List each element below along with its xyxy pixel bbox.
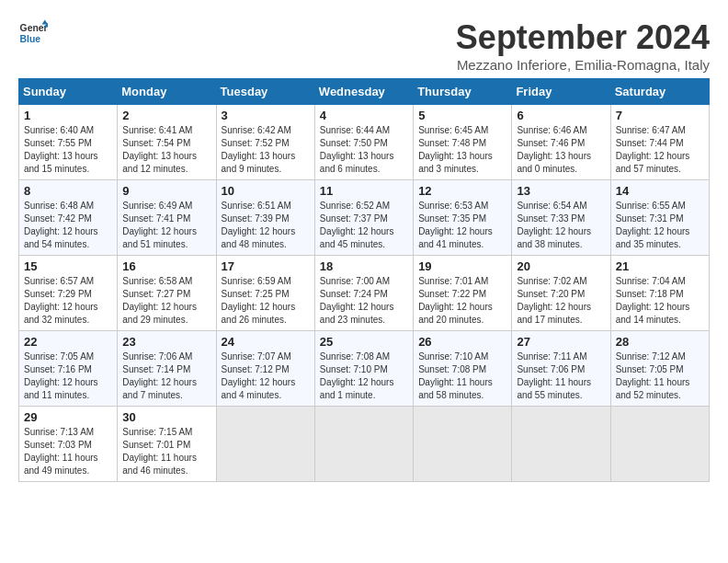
calendar-cell: 23Sunrise: 7:06 AM Sunset: 7:14 PM Dayli… bbox=[118, 331, 216, 407]
day-info: Sunrise: 7:04 AM Sunset: 7:18 PM Dayligh… bbox=[616, 275, 704, 327]
day-info: Sunrise: 6:42 AM Sunset: 7:52 PM Dayligh… bbox=[222, 124, 310, 176]
day-number: 18 bbox=[320, 259, 408, 273]
day-info: Sunrise: 6:47 AM Sunset: 7:44 PM Dayligh… bbox=[616, 124, 704, 176]
calendar-cell: 2Sunrise: 6:41 AM Sunset: 7:54 PM Daylig… bbox=[118, 105, 216, 180]
day-number: 29 bbox=[24, 410, 112, 424]
day-number: 13 bbox=[517, 184, 605, 198]
day-number: 30 bbox=[122, 410, 210, 424]
calendar-cell: 14Sunrise: 6:55 AM Sunset: 7:31 PM Dayli… bbox=[610, 180, 709, 256]
day-info: Sunrise: 6:52 AM Sunset: 7:37 PM Dayligh… bbox=[320, 200, 408, 251]
day-number: 23 bbox=[122, 335, 210, 349]
day-info: Sunrise: 7:02 AM Sunset: 7:20 PM Dayligh… bbox=[517, 275, 605, 327]
day-info: Sunrise: 6:45 AM Sunset: 7:48 PM Dayligh… bbox=[418, 124, 506, 176]
day-number: 16 bbox=[122, 259, 210, 273]
calendar-cell: 28Sunrise: 7:12 AM Sunset: 7:05 PM Dayli… bbox=[610, 331, 709, 407]
calendar-week-row: 22Sunrise: 7:05 AM Sunset: 7:16 PM Dayli… bbox=[19, 331, 710, 407]
calendar-cell: 8Sunrise: 6:48 AM Sunset: 7:42 PM Daylig… bbox=[19, 180, 118, 256]
day-number: 7 bbox=[616, 109, 704, 122]
day-number: 2 bbox=[122, 109, 210, 122]
calendar-cell bbox=[610, 407, 709, 482]
day-number: 1 bbox=[24, 109, 112, 122]
day-info: Sunrise: 6:59 AM Sunset: 7:25 PM Dayligh… bbox=[222, 275, 310, 327]
svg-text:General: General bbox=[20, 23, 48, 33]
calendar-header-friday: Friday bbox=[512, 79, 610, 105]
calendar-cell: 6Sunrise: 6:46 AM Sunset: 7:46 PM Daylig… bbox=[512, 105, 610, 180]
day-info: Sunrise: 7:15 AM Sunset: 7:01 PM Dayligh… bbox=[122, 426, 210, 477]
day-info: Sunrise: 7:10 AM Sunset: 7:08 PM Dayligh… bbox=[418, 350, 506, 402]
day-info: Sunrise: 7:07 AM Sunset: 7:12 PM Dayligh… bbox=[222, 350, 310, 402]
calendar-cell: 25Sunrise: 7:08 AM Sunset: 7:10 PM Dayli… bbox=[314, 331, 413, 407]
calendar-table: SundayMondayTuesdayWednesdayThursdayFrid… bbox=[18, 78, 710, 482]
day-info: Sunrise: 7:13 AM Sunset: 7:03 PM Dayligh… bbox=[24, 426, 112, 477]
day-number: 17 bbox=[222, 259, 310, 273]
calendar-header-wednesday: Wednesday bbox=[314, 79, 413, 105]
day-info: Sunrise: 6:40 AM Sunset: 7:55 PM Dayligh… bbox=[24, 124, 112, 176]
location-subtitle: Mezzano Inferiore, Emilia-Romagna, Italy bbox=[456, 57, 710, 73]
calendar-cell: 26Sunrise: 7:10 AM Sunset: 7:08 PM Dayli… bbox=[414, 331, 512, 407]
day-number: 19 bbox=[418, 259, 506, 273]
calendar-cell: 24Sunrise: 7:07 AM Sunset: 7:12 PM Dayli… bbox=[216, 331, 314, 407]
day-number: 27 bbox=[517, 335, 605, 349]
day-number: 5 bbox=[418, 109, 506, 122]
day-info: Sunrise: 7:12 AM Sunset: 7:05 PM Dayligh… bbox=[616, 350, 704, 402]
calendar-cell: 17Sunrise: 6:59 AM Sunset: 7:25 PM Dayli… bbox=[216, 256, 314, 331]
page-header: General Blue September 2024 Mezzano Infe… bbox=[18, 18, 710, 73]
calendar-header-monday: Monday bbox=[118, 79, 216, 105]
day-number: 6 bbox=[517, 109, 605, 122]
calendar-cell: 22Sunrise: 7:05 AM Sunset: 7:16 PM Dayli… bbox=[19, 331, 118, 407]
day-number: 24 bbox=[222, 335, 310, 349]
day-info: Sunrise: 6:44 AM Sunset: 7:50 PM Dayligh… bbox=[320, 124, 408, 176]
title-block: September 2024 Mezzano Inferiore, Emilia… bbox=[456, 18, 710, 73]
calendar-cell bbox=[314, 407, 413, 482]
day-info: Sunrise: 7:06 AM Sunset: 7:14 PM Dayligh… bbox=[122, 350, 210, 402]
day-info: Sunrise: 6:57 AM Sunset: 7:29 PM Dayligh… bbox=[24, 275, 112, 327]
day-number: 25 bbox=[320, 335, 408, 349]
calendar-header-sunday: Sunday bbox=[19, 79, 118, 105]
day-info: Sunrise: 6:46 AM Sunset: 7:46 PM Dayligh… bbox=[517, 124, 605, 176]
calendar-header-saturday: Saturday bbox=[610, 79, 709, 105]
month-title: September 2024 bbox=[456, 18, 710, 57]
day-info: Sunrise: 7:08 AM Sunset: 7:10 PM Dayligh… bbox=[320, 350, 408, 402]
day-number: 12 bbox=[418, 184, 506, 198]
calendar-header-row: SundayMondayTuesdayWednesdayThursdayFrid… bbox=[19, 79, 710, 105]
day-info: Sunrise: 6:41 AM Sunset: 7:54 PM Dayligh… bbox=[122, 124, 210, 176]
calendar-cell bbox=[414, 407, 512, 482]
day-number: 8 bbox=[24, 184, 112, 198]
calendar-cell: 21Sunrise: 7:04 AM Sunset: 7:18 PM Dayli… bbox=[610, 256, 709, 331]
calendar-cell: 1Sunrise: 6:40 AM Sunset: 7:55 PM Daylig… bbox=[19, 105, 118, 180]
day-number: 11 bbox=[320, 184, 408, 198]
day-number: 4 bbox=[320, 109, 408, 122]
calendar-cell: 11Sunrise: 6:52 AM Sunset: 7:37 PM Dayli… bbox=[314, 180, 413, 256]
day-info: Sunrise: 7:01 AM Sunset: 7:22 PM Dayligh… bbox=[418, 275, 506, 327]
day-number: 10 bbox=[222, 184, 310, 198]
day-number: 22 bbox=[24, 335, 112, 349]
day-number: 21 bbox=[616, 259, 704, 273]
calendar-week-row: 8Sunrise: 6:48 AM Sunset: 7:42 PM Daylig… bbox=[19, 180, 710, 256]
day-info: Sunrise: 7:05 AM Sunset: 7:16 PM Dayligh… bbox=[24, 350, 112, 402]
logo-icon: General Blue bbox=[18, 18, 48, 48]
day-info: Sunrise: 6:55 AM Sunset: 7:31 PM Dayligh… bbox=[616, 200, 704, 251]
day-number: 26 bbox=[418, 335, 506, 349]
calendar-cell: 4Sunrise: 6:44 AM Sunset: 7:50 PM Daylig… bbox=[314, 105, 413, 180]
calendar-cell: 19Sunrise: 7:01 AM Sunset: 7:22 PM Dayli… bbox=[414, 256, 512, 331]
day-number: 28 bbox=[616, 335, 704, 349]
day-number: 9 bbox=[122, 184, 210, 198]
calendar-header-thursday: Thursday bbox=[414, 79, 512, 105]
svg-marker-2 bbox=[42, 20, 48, 25]
day-number: 20 bbox=[517, 259, 605, 273]
day-info: Sunrise: 6:54 AM Sunset: 7:33 PM Dayligh… bbox=[517, 200, 605, 251]
calendar-cell: 5Sunrise: 6:45 AM Sunset: 7:48 PM Daylig… bbox=[414, 105, 512, 180]
calendar-body: 1Sunrise: 6:40 AM Sunset: 7:55 PM Daylig… bbox=[19, 105, 710, 482]
calendar-cell: 12Sunrise: 6:53 AM Sunset: 7:35 PM Dayli… bbox=[414, 180, 512, 256]
calendar-header-tuesday: Tuesday bbox=[216, 79, 314, 105]
calendar-cell: 9Sunrise: 6:49 AM Sunset: 7:41 PM Daylig… bbox=[118, 180, 216, 256]
calendar-cell bbox=[512, 407, 610, 482]
calendar-cell: 3Sunrise: 6:42 AM Sunset: 7:52 PM Daylig… bbox=[216, 105, 314, 180]
calendar-cell bbox=[216, 407, 314, 482]
day-info: Sunrise: 7:00 AM Sunset: 7:24 PM Dayligh… bbox=[320, 275, 408, 327]
day-info: Sunrise: 6:51 AM Sunset: 7:39 PM Dayligh… bbox=[222, 200, 310, 251]
calendar-cell: 16Sunrise: 6:58 AM Sunset: 7:27 PM Dayli… bbox=[118, 256, 216, 331]
calendar-week-row: 1Sunrise: 6:40 AM Sunset: 7:55 PM Daylig… bbox=[19, 105, 710, 180]
calendar-week-row: 15Sunrise: 6:57 AM Sunset: 7:29 PM Dayli… bbox=[19, 256, 710, 331]
calendar-cell: 13Sunrise: 6:54 AM Sunset: 7:33 PM Dayli… bbox=[512, 180, 610, 256]
